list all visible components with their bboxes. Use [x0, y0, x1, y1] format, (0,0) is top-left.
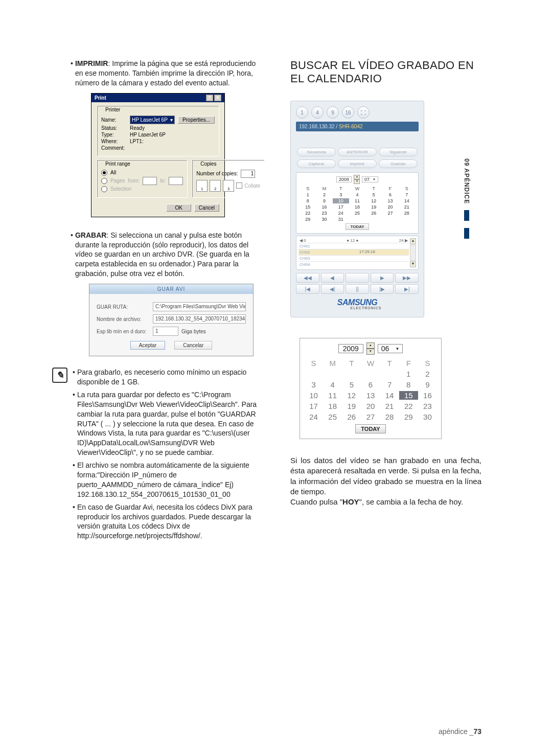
calendar-day[interactable]: 9	[316, 198, 332, 203]
fastfwd-button[interactable]: ▶▶	[395, 273, 419, 283]
calendar-day[interactable]: 10	[333, 198, 349, 203]
calendar-day[interactable]: 19	[342, 402, 361, 410]
calendar-day[interactable]: 16	[418, 391, 437, 400]
calendar-day[interactable]: 4	[323, 380, 342, 389]
today-button[interactable]: TODAY	[346, 223, 369, 230]
calendar-day[interactable]: 31	[333, 217, 349, 222]
capturar-button[interactable]: Capturar	[297, 159, 336, 168]
pages-radio[interactable]	[101, 178, 107, 184]
calendar-day[interactable]: 28	[399, 211, 415, 216]
imprimir-button[interactable]: Imprimir	[338, 159, 377, 168]
calendar-day[interactable]: 17	[304, 402, 323, 410]
calendar-day[interactable]: 13	[382, 198, 398, 203]
calendar-day[interactable]: 26	[365, 211, 382, 216]
calendar-day[interactable]: 22	[399, 402, 418, 410]
anterior-button[interactable]: ANTERIOR	[338, 148, 377, 156]
pause-button[interactable]: ||	[346, 284, 369, 294]
year-field[interactable]: 2008	[336, 176, 352, 182]
calendar-day[interactable]: 12	[365, 198, 382, 203]
play-button[interactable]: ▶	[371, 273, 394, 283]
play-back-button[interactable]: ◀	[321, 273, 344, 283]
calendar-day[interactable]: 25	[323, 413, 342, 421]
properties-button[interactable]: Properties...	[178, 116, 215, 124]
calendar-day[interactable]: 16	[316, 204, 332, 210]
copies-stepper[interactable]: 1	[241, 170, 255, 178]
layout-1-button[interactable]: 1	[296, 106, 308, 119]
calendar-day[interactable]: 11	[349, 198, 365, 203]
calendar-day[interactable]: 8	[399, 380, 418, 389]
calendar-day[interactable]: 27	[382, 211, 398, 216]
calendar-day[interactable]: 24	[333, 211, 349, 216]
calendar-day[interactable]: 23	[418, 402, 437, 410]
cal2-today-button[interactable]: TODAY	[355, 424, 385, 433]
calendar-day[interactable]: 19	[365, 204, 382, 210]
fullscreen-button[interactable]: ⛶	[357, 106, 370, 119]
calendar-day[interactable]: 6	[382, 192, 398, 197]
calendar-day[interactable]: 30	[418, 413, 437, 421]
rewind-button[interactable]: ◀◀	[296, 273, 319, 283]
scroll-down-icon[interactable]: ▼	[410, 261, 416, 267]
calendar-day[interactable]: 9	[418, 380, 437, 389]
month-select[interactable]: 07▼	[362, 176, 378, 182]
calendar-day[interactable]: 20	[382, 204, 398, 210]
calendar-day[interactable]: 13	[361, 391, 380, 400]
aceptar-button[interactable]: Aceptar	[130, 341, 165, 350]
calendar-day[interactable]: 18	[349, 204, 365, 210]
calendar-day[interactable]: 14	[380, 391, 399, 400]
calendar-day[interactable]: 18	[323, 402, 342, 410]
layout-4-button[interactable]: 4	[311, 106, 324, 119]
step-back-button[interactable]: ◀|	[321, 284, 344, 294]
ruta-field[interactable]: C:\Program Files\Samsung\Dvr Web Viewer\…	[153, 302, 246, 311]
timeline-ch[interactable]: CH04	[298, 261, 409, 267]
calendar-day[interactable]: 3	[333, 192, 349, 197]
calendar-day[interactable]: 15	[300, 204, 316, 210]
calendar-day[interactable]: 24	[304, 413, 323, 421]
calendar-day[interactable]: 17	[333, 204, 349, 210]
calendar-day[interactable]: 21	[380, 402, 399, 410]
espacio-field[interactable]: 1	[153, 327, 178, 336]
cal2-year-spinner[interactable]: ▴▾	[366, 342, 375, 355]
calendar-day[interactable]: 28	[380, 413, 399, 421]
help-icon[interactable]: ?	[206, 95, 213, 101]
close-icon[interactable]: X	[214, 95, 221, 101]
calendar-day[interactable]: 29	[399, 413, 418, 421]
calendar-day[interactable]: 12	[342, 391, 361, 400]
calendar-day[interactable]: 11	[323, 391, 342, 400]
cal2-year[interactable]: 2009	[338, 344, 363, 353]
calendar-day[interactable]: 29	[300, 217, 316, 222]
printer-select[interactable]: HP LaserJet 6P▾	[130, 116, 175, 124]
cancel-button[interactable]: Cancel	[194, 204, 219, 212]
layout-16-button[interactable]: 16	[342, 106, 354, 119]
calendar-day[interactable]: 10	[304, 391, 323, 400]
calendar-day[interactable]: 7	[399, 192, 415, 197]
all-radio[interactable]	[101, 170, 107, 176]
calendar-day[interactable]: 4	[349, 192, 365, 197]
stop-button[interactable]	[346, 273, 369, 283]
calendar-day[interactable]: 1	[300, 192, 316, 197]
timeline-go-left[interactable]: ◀	[300, 238, 303, 243]
calendar-day[interactable]: 25	[349, 211, 365, 216]
calendar-day[interactable]: 3	[304, 380, 323, 389]
calendar-day[interactable]: 20	[361, 402, 380, 410]
timeline-ch[interactable]: CH02	[298, 249, 409, 255]
siguiente-button[interactable]: Siguiente	[379, 148, 418, 156]
calendar-day[interactable]: 7	[380, 380, 399, 389]
calendar-day[interactable]: 5	[342, 380, 361, 389]
secuencia-button[interactable]: Secuencia	[297, 148, 336, 156]
skip-end-button[interactable]: ▶|	[395, 284, 419, 294]
calendar-day[interactable]: 2	[418, 370, 437, 378]
archivo-field[interactable]: 192.168.130.32_554_20070710_182345_01_	[153, 314, 246, 324]
calendar-day[interactable]: 15	[399, 391, 418, 400]
selection-radio[interactable]	[101, 186, 107, 192]
calendar-day[interactable]: 1	[399, 370, 418, 378]
calendar-day[interactable]: 23	[316, 211, 332, 216]
calendar-day[interactable]: 6	[361, 380, 380, 389]
collate-checkbox[interactable]	[236, 182, 242, 189]
calendar-day[interactable]: 14	[399, 198, 415, 203]
guardar-button[interactable]: Guardar	[379, 159, 418, 168]
calendar-day[interactable]: 26	[342, 413, 361, 421]
calendar-day[interactable]: 5	[365, 192, 382, 197]
ok-button[interactable]: OK	[166, 204, 191, 212]
timeline-ch[interactable]: CH01	[298, 243, 409, 249]
calendar-day[interactable]: 22	[300, 211, 316, 216]
